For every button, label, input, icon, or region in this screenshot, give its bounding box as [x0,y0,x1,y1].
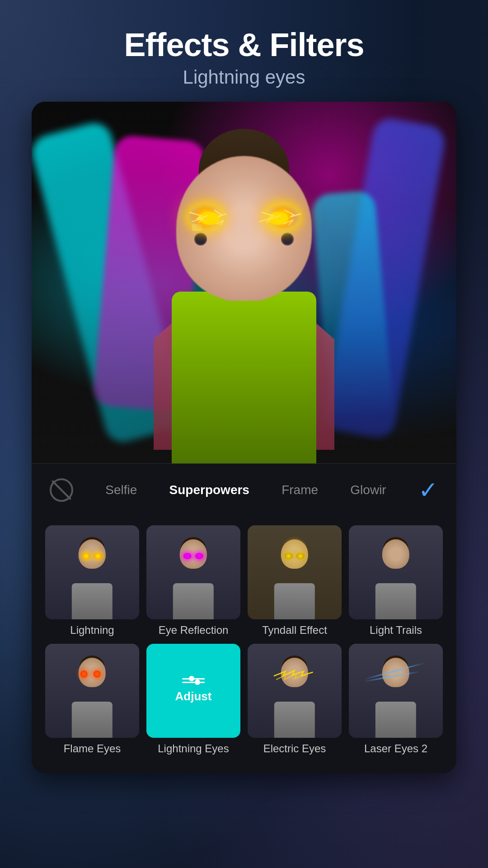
page-subtitle: Lightning eyes [124,66,364,88]
confirm-button[interactable]: ✓ [418,476,438,504]
thumb-face-lightning [45,525,139,619]
thumb-eyes [79,553,106,560]
outfit-green [172,292,316,463]
frame-tab[interactable]: Frame [282,483,318,497]
thumb-body [72,583,113,619]
thumb-face-tyndall [248,525,342,619]
thumb-electric [272,667,317,685]
effect-light-trails[interactable]: Light Trails [349,525,443,637]
selfie-tab[interactable]: Selfie [105,483,137,497]
thumb-face-light-trails [349,525,443,619]
effect-thumb-lightning [45,525,139,619]
thumb-face-laser-eyes-2 [349,644,443,738]
effect-lightning[interactable]: Lightning [45,525,139,637]
eye-effect [181,203,307,231]
thumb-head-4 [382,539,409,569]
flame-dot-right [93,670,100,678]
effect-label-lightning: Lightning [70,624,114,637]
effect-label-laser-eyes-2: Laser Eyes 2 [364,742,427,755]
thumb-eye-gold-left [285,553,293,559]
thumb-body-8 [375,702,416,738]
thumb-body-5 [72,702,113,738]
electric-svg [272,667,317,685]
thumb-face-eye-reflection [146,525,240,619]
effect-electric-eyes[interactable]: Electric Eyes [248,644,342,755]
effect-thumb-flame-eyes [45,644,139,738]
effect-label-flame-eyes: Flame Eyes [64,742,121,755]
thumb-face-flame-eyes [45,644,139,738]
effect-flame-eyes[interactable]: Flame Eyes [45,644,139,755]
flame-dot-left [80,670,88,678]
thumb-person-4 [358,535,433,619]
effect-lightning-eyes[interactable]: Adjust Lightning Eyes [146,644,240,755]
thumb-eye-gold-right [296,553,305,559]
photo-preview[interactable] [32,102,456,463]
effects-grid: Lightning Eye Reflection [32,516,456,773]
adjust-icon [182,678,205,683]
effect-tyndall[interactable]: Tyndall Effect [248,525,342,637]
effect-thumb-lightning-eyes: Adjust [146,644,240,738]
effect-thumb-eye-reflection [146,525,240,619]
header: Effects & Filters Lightning eyes [124,0,364,88]
effect-thumb-tyndall [248,525,342,619]
effect-label-tyndall: Tyndall Effect [262,624,327,637]
page-title: Effects & Filters [124,27,364,63]
person-figure [113,120,375,463]
adjust-label: Adjust [175,689,212,703]
thumb-face-electric-eyes [248,644,342,738]
effect-thumb-laser-eyes-2 [349,644,443,738]
lightning-svg [181,197,307,237]
adjust-line-1 [182,678,205,679]
thumb-person-7 [257,653,332,738]
effect-label-light-trails: Light Trails [370,624,422,637]
thumb-eye-left [82,553,90,559]
thumb-body-7 [274,702,315,738]
effect-thumb-light-trails [349,525,443,619]
thumb-flame [79,670,106,679]
no-filter-button[interactable] [50,478,73,502]
thumb-person-3 [257,535,332,619]
thumb-eye-right [94,553,102,559]
effect-thumb-electric-eyes [248,644,342,738]
glowing-tab[interactable]: Glowir [350,483,386,497]
thumb-person [55,535,130,619]
no-filter-icon [50,478,73,502]
thumb-person-5 [55,653,130,738]
effect-label-lightning-eyes: Lightning Eyes [158,742,229,755]
effect-label-electric-eyes: Electric Eyes [263,742,326,755]
thumb-person-2 [156,535,231,619]
thumb-eye-pink-left [183,553,192,559]
superpowers-tab[interactable]: Superpowers [169,483,249,497]
thumb-body-2 [173,583,214,619]
effect-label-eye-reflection: Eye Reflection [159,624,229,637]
thumb-eyes-2 [180,553,207,560]
face [167,129,321,283]
adjust-line-2 [182,682,205,683]
thumb-person-8 [358,653,433,738]
photo-card: Selfie Superpowers Frame Glowir ✓ [32,102,456,773]
thumb-eye-pink-right [195,553,203,559]
effect-laser-eyes-2[interactable]: Laser Eyes 2 [349,644,443,755]
thumb-body-3 [274,583,315,619]
thumb-body-4 [375,583,416,619]
effect-eye-reflection[interactable]: Eye Reflection [146,525,240,637]
thumb-eyes-3 [281,553,308,560]
controls-bar: Selfie Superpowers Frame Glowir ✓ [32,463,456,516]
